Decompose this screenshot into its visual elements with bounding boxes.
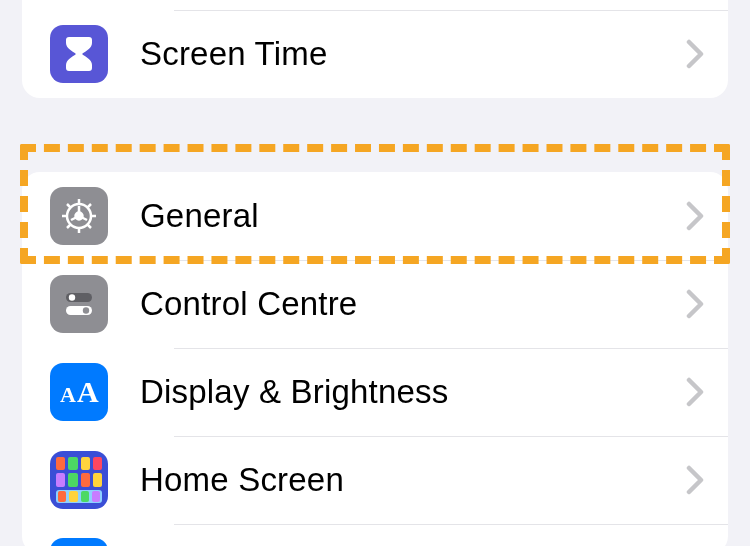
text-size-icon: A A <box>50 363 108 421</box>
settings-row-label: General <box>140 197 686 235</box>
svg-text:A: A <box>77 376 99 408</box>
settings-row-label: Display & Brightness <box>140 373 686 411</box>
settings-row-general[interactable]: General <box>22 172 728 260</box>
accessibility-icon <box>50 538 108 546</box>
settings-row-screen-time[interactable]: Screen Time <box>22 10 728 98</box>
hourglass-icon <box>50 25 108 83</box>
settings-row-placeholder[interactable] <box>22 0 728 10</box>
settings-row-label: Screen Time <box>140 35 686 73</box>
svg-line-8 <box>67 225 71 229</box>
svg-point-14 <box>69 294 75 300</box>
settings-row-accessibility[interactable] <box>22 524 728 546</box>
settings-row-control-centre[interactable]: Control Centre <box>22 260 728 348</box>
chevron-right-icon <box>686 289 704 319</box>
chevron-right-icon <box>686 201 704 231</box>
gear-icon <box>50 187 108 245</box>
settings-row-label: Control Centre <box>140 285 686 323</box>
svg-line-7 <box>88 225 92 229</box>
svg-text:A: A <box>60 382 76 407</box>
chevron-right-icon <box>686 465 704 495</box>
chevron-right-icon <box>686 39 704 69</box>
settings-row-home-screen[interactable]: Home Screen <box>22 436 728 524</box>
settings-row-display-brightness[interactable]: A A Display & Brightness <box>22 348 728 436</box>
svg-line-9 <box>88 204 92 208</box>
toggles-icon <box>50 275 108 333</box>
svg-line-6 <box>67 204 71 208</box>
settings-group-main: General Control Centre A A Display & Bri… <box>22 172 728 546</box>
group-separator <box>0 98 750 172</box>
svg-point-16 <box>83 307 89 313</box>
settings-row-label: Home Screen <box>140 461 686 499</box>
home-screen-icon <box>50 451 108 509</box>
chevron-right-icon <box>686 377 704 407</box>
settings-group-top: Screen Time <box>22 0 728 98</box>
